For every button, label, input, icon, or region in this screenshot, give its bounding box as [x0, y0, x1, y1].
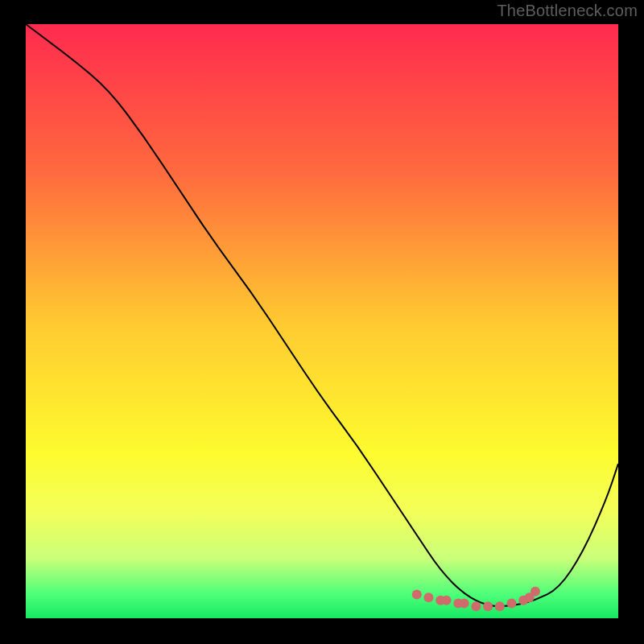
- valley-dot: [471, 601, 481, 611]
- plot-background: [26, 24, 618, 618]
- valley-dot: [423, 592, 433, 602]
- valley-dot: [412, 589, 422, 599]
- valley-dot: [507, 599, 517, 609]
- valley-dot: [483, 601, 493, 611]
- valley-dot: [460, 599, 469, 609]
- chart-svg: [0, 0, 644, 644]
- valley-dot: [442, 596, 452, 605]
- chart-container: TheBottleneck.com: [0, 0, 644, 644]
- valley-dot: [495, 601, 505, 611]
- valley-dot: [530, 587, 540, 597]
